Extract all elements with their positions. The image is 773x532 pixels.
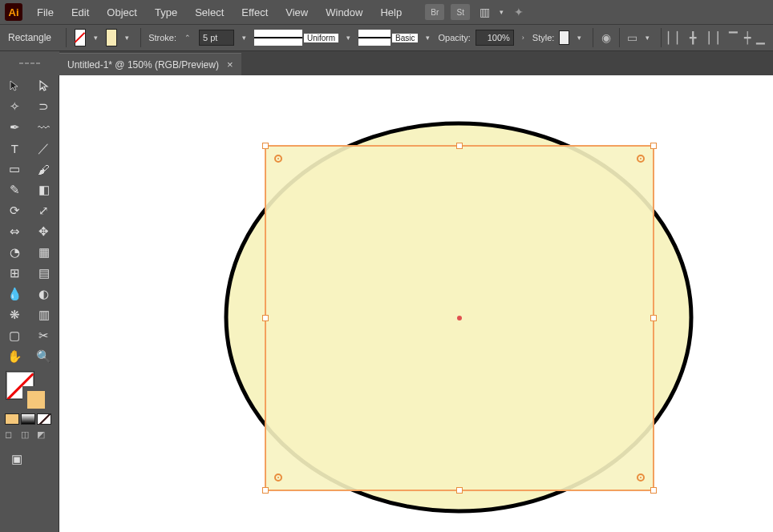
magic-wand-tool[interactable]: ✧ (0, 96, 30, 117)
style-chevron-icon[interactable]: ▾ (574, 34, 585, 42)
artboard-tool[interactable]: ▢ (0, 325, 30, 346)
slice-tool[interactable]: ✂ (30, 325, 59, 346)
align-right-icon[interactable]: ▕▕ (702, 30, 717, 45)
paintbrush-tool[interactable]: 🖌 (30, 159, 59, 179)
align-to-icon[interactable]: ▭ (627, 30, 637, 45)
zoom-tool[interactable]: 🔍 (30, 346, 59, 367)
blend-tool[interactable]: ◐ (30, 284, 59, 304)
hand-tool[interactable]: ✋ (0, 346, 30, 367)
mesh-tool[interactable]: ⊞ (0, 263, 30, 284)
fill-stroke-control[interactable] (0, 367, 59, 410)
canvas-viewport[interactable] (59, 75, 773, 532)
direct-selection-tool[interactable] (30, 75, 59, 96)
handle-br[interactable] (650, 487, 657, 494)
align-vcenter-icon[interactable]: ┿ (743, 30, 751, 45)
color-mode-gradient[interactable] (21, 413, 35, 425)
brush-label: Basic (392, 34, 418, 42)
gpu-preview-icon[interactable]: ✦ (511, 4, 527, 20)
align-top-icon[interactable]: ▔ (729, 30, 738, 45)
menu-file[interactable]: File (29, 3, 62, 22)
menu-edit[interactable]: Edit (63, 3, 97, 22)
menu-view[interactable]: View (277, 3, 316, 22)
opacity-input[interactable] (476, 30, 514, 46)
corner-widget-br[interactable] (637, 474, 645, 482)
variable-width-profile[interactable] (254, 30, 302, 46)
profile-label: Uniform (304, 34, 338, 42)
shaper-tool[interactable]: ✎ (0, 179, 30, 200)
align-left-icon[interactable]: ▏▏ (670, 30, 684, 45)
gradient-tool[interactable]: ▤ (30, 263, 59, 284)
perspective-grid-tool[interactable]: ▦ (30, 242, 59, 263)
graphic-style-swatch[interactable] (559, 30, 569, 45)
handle-tl[interactable] (262, 143, 269, 149)
corner-widget-bl[interactable] (274, 474, 282, 482)
bridge-button[interactable]: Br (425, 4, 444, 20)
stroke-label: Stroke: (148, 33, 176, 42)
rectangle-tool[interactable]: ▭ (0, 159, 30, 179)
selection-center-point[interactable] (457, 316, 462, 320)
profile-chevron-icon[interactable]: ▾ (343, 34, 354, 42)
stroke-weight-input[interactable] (199, 30, 234, 46)
width-tool[interactable]: ⇔ (0, 221, 30, 242)
line-tool[interactable]: ／ (30, 138, 59, 159)
handle-mr[interactable] (650, 315, 657, 321)
type-tool[interactable]: T (0, 138, 30, 159)
pen-tool[interactable]: ✒ (0, 117, 30, 138)
selection-bounding-box[interactable] (265, 145, 654, 491)
close-tab-icon[interactable]: × (227, 58, 233, 71)
arrange-chevron-icon[interactable]: ▾ (496, 8, 507, 16)
selection-tool[interactable] (0, 75, 30, 96)
handle-tc[interactable] (456, 143, 463, 149)
color-mode-none[interactable] (37, 413, 51, 425)
shape-type-label: Rectangle (8, 32, 51, 43)
align-hcenter-icon[interactable]: ╋ (689, 30, 698, 45)
stroke-indicator[interactable] (22, 386, 50, 413)
handle-bc[interactable] (456, 487, 463, 494)
brush-chevron-icon[interactable]: ▾ (423, 34, 433, 42)
stroke-link-icon[interactable]: ⌃ (181, 34, 194, 42)
opacity-label: Opacity: (438, 33, 470, 42)
stroke-chevron-icon[interactable]: ▾ (122, 34, 132, 42)
corner-widget-tl[interactable] (274, 155, 282, 163)
handle-bl[interactable] (262, 487, 269, 494)
corner-widget-tr[interactable] (637, 155, 645, 163)
lasso-tool[interactable]: ⊃ (30, 96, 59, 117)
app-logo: Ai (5, 3, 22, 21)
eraser-tool[interactable]: ◧ (30, 179, 59, 200)
menu-help[interactable]: Help (372, 3, 410, 22)
handle-tr[interactable] (650, 143, 657, 149)
stroke-swatch[interactable] (106, 29, 117, 46)
eyedropper-tool[interactable]: 💧 (0, 284, 30, 304)
align-chevron-icon[interactable]: ▾ (642, 34, 653, 42)
scale-tool[interactable]: ⤢ (30, 200, 59, 221)
panel-collapse-grip[interactable] (0, 51, 59, 75)
menu-object[interactable]: Object (99, 3, 145, 22)
symbol-sprayer-tool[interactable]: ❋ (0, 304, 30, 325)
draw-behind-icon[interactable]: ◫ (21, 429, 35, 441)
stroke-weight-chevron-icon[interactable]: ▾ (239, 34, 249, 42)
color-mode-solid[interactable] (5, 413, 19, 425)
handle-ml[interactable] (262, 315, 269, 321)
curvature-tool[interactable]: 〰 (30, 117, 59, 138)
screen-mode-tool[interactable]: ▣ (6, 449, 27, 470)
menu-select[interactable]: Select (187, 3, 232, 22)
rotate-tool[interactable]: ⟳ (0, 200, 30, 221)
arrange-documents-icon[interactable]: ▥ (476, 4, 492, 20)
draw-normal-icon[interactable]: ◻ (5, 429, 19, 441)
brush-definition[interactable] (358, 30, 391, 46)
fill-chevron-icon[interactable]: ▾ (91, 34, 101, 42)
menu-type[interactable]: Type (147, 3, 185, 22)
menu-effect[interactable]: Effect (233, 3, 276, 22)
opacity-chevron-icon[interactable]: › (519, 34, 528, 42)
shape-builder-tool[interactable]: ◔ (0, 242, 30, 263)
recolor-artwork-icon[interactable]: ◉ (601, 30, 611, 45)
fill-swatch[interactable] (75, 29, 86, 46)
stock-button[interactable]: St (451, 4, 470, 20)
free-transform-tool[interactable]: ✥ (30, 221, 59, 242)
column-graph-tool[interactable]: ▥ (30, 304, 59, 325)
align-bottom-icon[interactable]: ▁ (756, 30, 765, 45)
document-tab-title: Untitled-1* @ 150% (RGB/Preview) (67, 59, 219, 71)
draw-inside-icon[interactable]: ◩ (37, 429, 51, 441)
document-tab[interactable]: Untitled-1* @ 150% (RGB/Preview) × (59, 53, 241, 75)
menu-window[interactable]: Window (318, 3, 370, 22)
